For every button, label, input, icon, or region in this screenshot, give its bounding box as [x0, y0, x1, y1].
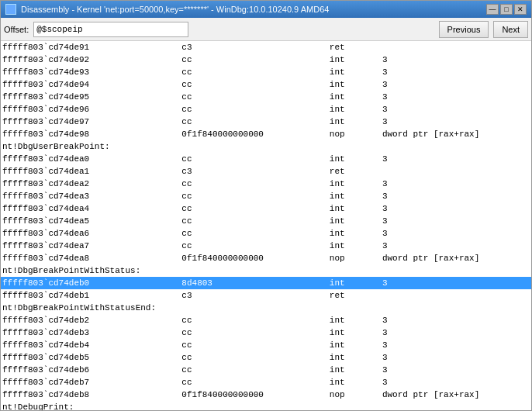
- table-row[interactable]: fffff803`cd74deb3ccint3: [1, 326, 531, 339]
- table-row[interactable]: fffff803`cd74deb80f1f840000000000nopdwor…: [1, 389, 531, 401]
- mnemonic-cell: int: [328, 376, 381, 389]
- table-row[interactable]: nt!DbgBreakPointWithStatusEnd:: [1, 302, 531, 314]
- maximize-button[interactable]: □: [500, 4, 513, 15]
- bytes-cell: cc: [180, 364, 328, 376]
- address-cell: fffff803`cd74de93: [1, 66, 180, 78]
- bytes-cell: cc: [180, 78, 328, 91]
- table-row[interactable]: fffff803`cd74de94ccint3: [1, 78, 531, 91]
- operands-cell: 3: [381, 227, 531, 240]
- table-row[interactable]: fffff803`cd74de92ccint3: [1, 54, 531, 66]
- operands-cell: [381, 41, 531, 54]
- mnemonic-cell: int: [328, 190, 381, 202]
- operands-cell: 3: [381, 364, 531, 376]
- address-cell: fffff803`cd74dea4: [1, 202, 180, 215]
- table-row[interactable]: fffff803`cd74deb2ccint3: [1, 314, 531, 326]
- table-row[interactable]: fffff803`cd74de93ccint3: [1, 66, 531, 78]
- table-row[interactable]: fffff803`cd74dea1c3ret: [1, 165, 531, 178]
- mnemonic-cell: nop: [328, 389, 381, 401]
- address-cell: fffff803`cd74dea8: [1, 252, 180, 264]
- bytes-cell: 8d4803: [180, 277, 328, 289]
- next-button[interactable]: Next: [493, 21, 528, 38]
- toolbar: Offset: Previous Next: [1, 18, 531, 41]
- mnemonic-cell: int: [328, 103, 381, 116]
- operands-cell: 3: [381, 91, 531, 103]
- table-row[interactable]: fffff803`cd74dea2ccint3: [1, 178, 531, 190]
- address-cell: fffff803`cd74deb1: [1, 289, 180, 302]
- operands-cell: [381, 289, 531, 302]
- bytes-cell: cc: [180, 227, 328, 240]
- table-row[interactable]: fffff803`cd74deb4ccint3: [1, 339, 531, 351]
- address-cell: fffff803`cd74deb6: [1, 364, 180, 376]
- title-bar: Disassembly - Kernel 'net:port=50000,key…: [1, 1, 531, 18]
- offset-input[interactable]: [33, 22, 188, 37]
- previous-button[interactable]: Previous: [439, 21, 489, 38]
- table-row[interactable]: fffff803`cd74deb5ccint3: [1, 351, 531, 364]
- label-cell: nt!DbgBreakPointWithStatusEnd:: [1, 302, 531, 314]
- table-row[interactable]: fffff803`cd74dea7ccint3: [1, 240, 531, 252]
- address-cell: fffff803`cd74dea7: [1, 240, 180, 252]
- table-row[interactable]: fffff803`cd74de980f1f840000000000nopdwor…: [1, 128, 531, 140]
- table-row[interactable]: fffff803`cd74deb6ccint3: [1, 364, 531, 376]
- app-icon: [5, 4, 16, 15]
- operands-cell: 3: [381, 277, 531, 289]
- address-cell: fffff803`cd74deb4: [1, 339, 180, 351]
- operands-cell: dword ptr [rax+rax]: [381, 389, 531, 401]
- table-row[interactable]: nt!DebugPrint:: [1, 401, 531, 410]
- bytes-cell: cc: [180, 103, 328, 116]
- address-cell: fffff803`cd74de97: [1, 116, 180, 128]
- table-row[interactable]: fffff803`cd74dea6ccint3: [1, 227, 531, 240]
- bytes-cell: cc: [180, 190, 328, 202]
- table-row[interactable]: fffff803`cd74de91c3ret: [1, 41, 531, 54]
- table-row[interactable]: fffff803`cd74deb7ccint3: [1, 376, 531, 389]
- address-cell: fffff803`cd74dea1: [1, 165, 180, 178]
- operands-cell: dword ptr [rax+rax]: [381, 252, 531, 264]
- address-cell: fffff803`cd74dea3: [1, 190, 180, 202]
- operands-cell: 3: [381, 326, 531, 339]
- table-row[interactable]: fffff803`cd74dea4ccint3: [1, 202, 531, 215]
- operands-cell: 3: [381, 314, 531, 326]
- minimize-button[interactable]: —: [486, 4, 499, 15]
- mnemonic-cell: int: [328, 215, 381, 227]
- bytes-cell: cc: [180, 202, 328, 215]
- table-row[interactable]: fffff803`cd74dea80f1f840000000000nopdwor…: [1, 252, 531, 264]
- table-row[interactable]: nt!DbgBreakPointWithStatus:: [1, 264, 531, 277]
- offset-label: Offset:: [4, 25, 29, 34]
- table-row[interactable]: nt!DbgUserBreakPoint:: [1, 140, 531, 153]
- title-bar-left: Disassembly - Kernel 'net:port=50000,key…: [5, 4, 329, 15]
- table-row[interactable]: fffff803`cd74dea3ccint3: [1, 190, 531, 202]
- bytes-cell: cc: [180, 153, 328, 165]
- table-row[interactable]: fffff803`cd74de95ccint3: [1, 91, 531, 103]
- operands-cell: 3: [381, 178, 531, 190]
- operands-cell: 3: [381, 78, 531, 91]
- label-cell: nt!DebugPrint:: [1, 401, 531, 410]
- table-row[interactable]: fffff803`cd74de97ccint3: [1, 116, 531, 128]
- disasm-table: fffff803`cd74de91c3retfffff803`cd74de92c…: [1, 41, 531, 410]
- mnemonic-cell: int: [328, 364, 381, 376]
- label-cell: nt!DbgUserBreakPoint:: [1, 140, 531, 153]
- label-cell: nt!DbgBreakPointWithStatus:: [1, 264, 531, 277]
- operands-cell: 3: [381, 215, 531, 227]
- bytes-cell: c3: [180, 289, 328, 302]
- mnemonic-cell: int: [328, 351, 381, 364]
- close-button[interactable]: ✕: [514, 4, 527, 15]
- title-controls: — □ ✕: [486, 4, 527, 15]
- table-row[interactable]: fffff803`cd74dea0ccint3: [1, 153, 531, 165]
- bytes-cell: c3: [180, 41, 328, 54]
- table-row[interactable]: fffff803`cd74dea5ccint3: [1, 215, 531, 227]
- mnemonic-cell: ret: [328, 165, 381, 178]
- table-row[interactable]: fffff803`cd74de96ccint3: [1, 103, 531, 116]
- operands-cell: 3: [381, 153, 531, 165]
- address-cell: fffff803`cd74dea0: [1, 153, 180, 165]
- disassembly-area[interactable]: fffff803`cd74de91c3retfffff803`cd74de92c…: [1, 41, 531, 410]
- bytes-cell: cc: [180, 66, 328, 78]
- bytes-cell: cc: [180, 240, 328, 252]
- bytes-cell: cc: [180, 215, 328, 227]
- mnemonic-cell: int: [328, 202, 381, 215]
- operands-cell: 3: [381, 116, 531, 128]
- mnemonic-cell: int: [328, 78, 381, 91]
- table-row[interactable]: fffff803`cd74deb08d4803int3: [1, 277, 531, 289]
- table-row[interactable]: fffff803`cd74deb1c3ret: [1, 289, 531, 302]
- mnemonic-cell: int: [328, 314, 381, 326]
- operands-cell: 3: [381, 54, 531, 66]
- mnemonic-cell: int: [328, 277, 381, 289]
